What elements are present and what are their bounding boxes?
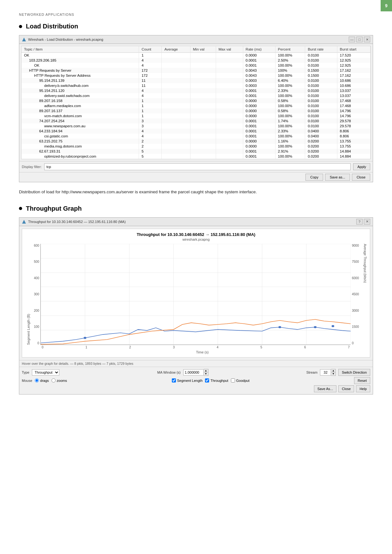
cell-percent: 100.00% [275, 154, 305, 159]
cell-rate: 0.0001 [243, 118, 275, 123]
cell-max [216, 144, 243, 149]
graph-container: Segment Length (B) 0 100 200 300 400 500… [25, 244, 367, 345]
cell-average [162, 118, 190, 123]
stream-spin-down[interactable]: ▼ [331, 372, 335, 376]
segment-length-checkbox[interactable] [172, 378, 176, 382]
cell-max [216, 73, 243, 78]
table-row[interactable]: HTTP Requests by Server1720.0043100%0.15… [21, 68, 371, 73]
segment-length-check-label[interactable]: Segment Length [172, 378, 203, 382]
throughput-controls: Type Throughput MA Window (s) ▲ ▼ Stream [19, 367, 373, 394]
table-row[interactable]: 95.154.251.139110.00036.40%0.010010.686 [21, 78, 371, 83]
throughput-titlebar: Throughput for 10.10.30.146:60452 — 152.… [19, 218, 373, 226]
cell-burst-start: 14.884 [337, 149, 370, 154]
cell-burst-rate: 0.0100 [305, 88, 337, 93]
table-row[interactable]: vcm-match.dotomi.com10.0000100.00%0.0100… [21, 113, 371, 118]
cell-topic: OK [21, 53, 139, 58]
table-row[interactable]: media.msg.dotomi.com20.0000100.00%0.0200… [21, 144, 371, 149]
tp-minimize-button[interactable]: ? [356, 219, 363, 225]
table-row[interactable]: optimized-by.rubiconproject.com50.000110… [21, 154, 371, 159]
ma-spin-down[interactable]: ▼ [204, 372, 208, 376]
tp-close-button[interactable]: ✕ [364, 219, 370, 225]
table-row[interactable]: www.newspapers.com.au30.0001100.00%0.010… [21, 123, 371, 129]
cell-topic: media.msg.dotomi.com [21, 144, 139, 149]
cell-percent: 2.33% [275, 129, 305, 134]
svg-point-18 [314, 326, 317, 328]
close-window-button[interactable]: ✕ [364, 37, 370, 42]
table-row[interactable]: csi.gstatic.com40.0001100.00%0.04008.806 [21, 134, 371, 139]
maximize-button[interactable]: □ [356, 37, 363, 42]
cell-average [162, 93, 190, 98]
cell-count: 1 [139, 103, 162, 108]
col-percent: Percent [275, 46, 305, 53]
cell-count: 2 [139, 144, 162, 149]
table-row[interactable]: 89.207.16.13710.00000.58%0.010014.796 [21, 108, 371, 113]
save-as-button[interactable]: Save as... [325, 174, 350, 181]
switch-direction-button[interactable]: Switch Direction [338, 369, 370, 376]
cell-topic: vcm-match.dotomi.com [21, 113, 139, 118]
goodput-check-label[interactable]: Goodput [231, 378, 250, 382]
cell-topic: OK [21, 63, 139, 68]
table-row[interactable]: adfarm.mediaplex.com10.0000100.00%0.0100… [21, 103, 371, 108]
copy-button[interactable]: Copy [305, 174, 323, 181]
table-row[interactable]: 64.233.184.9440.00012.33%0.04008.806 [21, 129, 371, 134]
yr-tick-9000: 9000 [352, 244, 362, 247]
table-row[interactable]: 74.207.254.25430.00011.74%0.010029.578 [21, 118, 371, 123]
tp-close-button[interactable]: Close [338, 385, 354, 392]
close-button[interactable]: Close [352, 174, 370, 181]
reset-button[interactable]: Reset [354, 377, 370, 384]
cell-max [216, 154, 243, 159]
cell-percent: 2.91% [275, 149, 305, 154]
cell-min [190, 93, 216, 98]
table-row[interactable]: delivery.swid.switchads.com40.0001100.00… [21, 93, 371, 98]
throughput-check-label[interactable]: Throughput [205, 378, 228, 382]
tp-save-as-button[interactable]: Save As... [314, 385, 337, 392]
col-burst-rate: Burst rate [305, 46, 337, 53]
cell-topic: csi.gstatic.com [21, 134, 139, 139]
stream-spinbox: ▲ ▼ [320, 369, 336, 376]
display-filter-input[interactable] [44, 163, 351, 170]
minimize-button[interactable]: — [349, 37, 355, 42]
cell-percent: 2.33% [275, 88, 305, 93]
drags-radio-label[interactable]: drags [35, 378, 49, 382]
table-row[interactable]: OK10.0000100.00%0.010017.520 [21, 53, 371, 58]
cell-burst-rate: 0.0100 [305, 58, 337, 63]
zooms-radio[interactable] [51, 378, 56, 382]
table-row[interactable]: 62.67.193.3150.00012.91%0.020014.884 [21, 149, 371, 154]
cell-min [190, 78, 216, 83]
table-row[interactable]: OK40.0001100.00%0.010012.925 [21, 63, 371, 68]
col-topic: Topic / Item [21, 46, 139, 53]
cell-rate: 0.0001 [243, 154, 275, 159]
cell-count: 1 [139, 108, 162, 113]
zooms-radio-label[interactable]: zooms [51, 378, 67, 382]
throughput-checkbox[interactable] [205, 378, 209, 382]
goodput-checkbox[interactable] [231, 378, 235, 382]
drags-radio[interactable] [35, 378, 39, 382]
cell-topic: 64.233.184.94 [21, 129, 139, 134]
ma-window-input[interactable] [183, 369, 204, 376]
yr-tick-4500: 4500 [352, 292, 362, 296]
cell-burst-start: 13.037 [337, 93, 370, 98]
stream-spin-up[interactable]: ▲ [331, 369, 335, 372]
throughput-chart[interactable] [40, 244, 351, 345]
cell-average [162, 123, 190, 129]
throughput-window-title: Throughput for 10.10.30.146:60452 — 152.… [28, 220, 126, 224]
table-row[interactable]: 103.229.206.18540.00012.50%0.010012.925 [21, 58, 371, 63]
ma-spin-up[interactable]: ▲ [204, 369, 208, 372]
stream-input[interactable] [320, 369, 331, 376]
type-select[interactable]: Throughput [32, 369, 59, 376]
cell-rate: 0.0000 [243, 144, 275, 149]
col-rate: Rate (ms) [243, 46, 275, 53]
cell-burst-start: 17.162 [337, 68, 370, 73]
cell-topic: 63.215.202.75 [21, 139, 139, 144]
tp-help-button[interactable]: Help [356, 385, 370, 392]
table-row[interactable]: HTTP Requests by Server Address1720.0043… [21, 73, 371, 78]
table-row[interactable]: 63.215.202.7520.00001.16%0.020013.755 [21, 139, 371, 144]
cell-rate: 0.0001 [243, 63, 275, 68]
apply-button[interactable]: Apply [353, 163, 370, 170]
cell-burst-start: 13.755 [337, 139, 370, 144]
table-row[interactable]: 95.154.251.12040.00012.33%0.010013.037 [21, 88, 371, 93]
table-row[interactable]: delivery.b.switchadhub.com110.0003100.00… [21, 83, 371, 88]
table-row[interactable]: 89.207.16.15810.00000.58%0.010017.468 [21, 98, 371, 103]
cell-count: 5 [139, 154, 162, 159]
cell-percent: 1.16% [275, 139, 305, 144]
